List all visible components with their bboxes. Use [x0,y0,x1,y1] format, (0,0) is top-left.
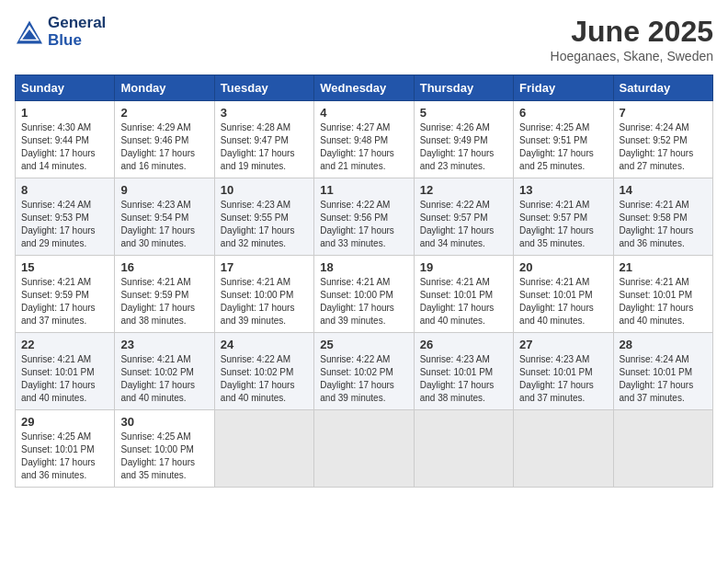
weekday-header-row: SundayMondayTuesdayWednesdayThursdayFrid… [16,75,713,101]
day-info: Sunrise: 4:21 AM Sunset: 9:59 PM Dayligh… [120,276,208,327]
day-cell: 16Sunrise: 4:21 AM Sunset: 9:59 PM Dayli… [115,256,214,333]
day-number: 13 [519,183,607,197]
day-cell [613,410,712,488]
day-number: 27 [519,338,607,351]
day-number: 9 [120,183,208,197]
day-cell: 4Sunrise: 4:27 AM Sunset: 9:48 PM Daylig… [314,101,414,178]
day-info: Sunrise: 4:27 AM Sunset: 9:48 PM Dayligh… [320,121,407,173]
day-number: 8 [21,183,108,197]
day-info: Sunrise: 4:21 AM Sunset: 10:01 PM Daylig… [519,276,607,327]
weekday-header-tuesday: Tuesday [214,75,313,101]
day-info: Sunrise: 4:30 AM Sunset: 9:44 PM Dayligh… [21,121,108,173]
week-row-4: 22Sunrise: 4:21 AM Sunset: 10:01 PM Dayl… [16,333,713,410]
day-cell: 6Sunrise: 4:25 AM Sunset: 9:51 PM Daylig… [514,101,613,178]
weekday-header-wednesday: Wednesday [314,75,414,101]
day-info: Sunrise: 4:25 AM Sunset: 9:51 PM Dayligh… [519,121,607,173]
day-info: Sunrise: 4:23 AM Sunset: 10:01 PM Daylig… [420,353,507,405]
day-info: Sunrise: 4:21 AM Sunset: 10:01 PM Daylig… [620,276,707,327]
day-info: Sunrise: 4:22 AM Sunset: 10:02 PM Daylig… [320,353,407,405]
day-number: 21 [620,260,707,274]
day-cell: 18Sunrise: 4:21 AM Sunset: 10:00 PM Dayl… [314,256,414,333]
weekday-header-friday: Friday [514,75,613,101]
day-number: 6 [519,106,607,120]
day-cell: 28Sunrise: 4:24 AM Sunset: 10:01 PM Dayl… [613,333,712,410]
day-number: 18 [320,260,407,274]
day-number: 2 [120,106,208,120]
day-info: Sunrise: 4:23 AM Sunset: 9:54 PM Dayligh… [120,199,208,250]
day-number: 26 [420,338,507,351]
day-info: Sunrise: 4:24 AM Sunset: 10:01 PM Daylig… [620,353,707,405]
day-number: 30 [120,415,208,429]
day-number: 4 [320,106,407,120]
day-number: 1 [21,106,108,120]
day-cell [514,410,613,488]
day-number: 19 [420,260,507,274]
calendar: SundayMondayTuesdayWednesdayThursdayFrid… [15,75,713,488]
day-number: 12 [420,183,507,197]
day-info: Sunrise: 4:21 AM Sunset: 10:00 PM Daylig… [221,276,308,327]
week-row-5: 29Sunrise: 4:25 AM Sunset: 10:01 PM Dayl… [16,410,713,488]
weekday-header-sunday: Sunday [16,75,115,101]
day-info: Sunrise: 4:21 AM Sunset: 10:01 PM Daylig… [21,353,108,405]
weekday-header-monday: Monday [115,75,214,101]
day-cell: 2Sunrise: 4:29 AM Sunset: 9:46 PM Daylig… [115,101,214,178]
day-cell: 22Sunrise: 4:21 AM Sunset: 10:01 PM Dayl… [16,333,115,410]
day-number: 15 [21,260,108,274]
logo: General Blue [15,15,106,49]
day-info: Sunrise: 4:24 AM Sunset: 9:52 PM Dayligh… [620,121,707,173]
day-cell: 17Sunrise: 4:21 AM Sunset: 10:00 PM Dayl… [214,256,313,333]
day-cell: 26Sunrise: 4:23 AM Sunset: 10:01 PM Dayl… [414,333,513,410]
day-cell: 8Sunrise: 4:24 AM Sunset: 9:53 PM Daylig… [16,178,115,256]
day-cell: 20Sunrise: 4:21 AM Sunset: 10:01 PM Dayl… [514,256,613,333]
weekday-header-saturday: Saturday [613,75,712,101]
day-info: Sunrise: 4:22 AM Sunset: 9:57 PM Dayligh… [420,199,507,250]
day-cell: 15Sunrise: 4:21 AM Sunset: 9:59 PM Dayli… [16,256,115,333]
week-row-1: 1Sunrise: 4:30 AM Sunset: 9:44 PM Daylig… [16,101,713,178]
day-number: 11 [320,183,407,197]
weekday-header-thursday: Thursday [414,75,513,101]
day-cell: 11Sunrise: 4:22 AM Sunset: 9:56 PM Dayli… [314,178,414,256]
day-info: Sunrise: 4:28 AM Sunset: 9:47 PM Dayligh… [221,121,308,173]
day-cell: 21Sunrise: 4:21 AM Sunset: 10:01 PM Dayl… [613,256,712,333]
day-cell: 3Sunrise: 4:28 AM Sunset: 9:47 PM Daylig… [214,101,313,178]
day-cell: 12Sunrise: 4:22 AM Sunset: 9:57 PM Dayli… [414,178,513,256]
day-cell: 10Sunrise: 4:23 AM Sunset: 9:55 PM Dayli… [214,178,313,256]
day-cell: 7Sunrise: 4:24 AM Sunset: 9:52 PM Daylig… [613,101,712,178]
day-number: 28 [620,338,707,351]
day-info: Sunrise: 4:25 AM Sunset: 10:00 PM Daylig… [120,431,208,482]
day-info: Sunrise: 4:26 AM Sunset: 9:49 PM Dayligh… [420,121,507,173]
day-cell: 27Sunrise: 4:23 AM Sunset: 10:01 PM Dayl… [514,333,613,410]
week-row-3: 15Sunrise: 4:21 AM Sunset: 9:59 PM Dayli… [16,256,713,333]
day-number: 29 [21,415,108,429]
day-cell [214,410,313,488]
day-info: Sunrise: 4:22 AM Sunset: 9:56 PM Dayligh… [320,199,407,250]
day-info: Sunrise: 4:23 AM Sunset: 9:55 PM Dayligh… [221,199,308,250]
day-cell: 25Sunrise: 4:22 AM Sunset: 10:02 PM Dayl… [314,333,414,410]
day-info: Sunrise: 4:23 AM Sunset: 10:01 PM Daylig… [519,353,607,405]
page-header: General Blue June 2025 Hoeganaes, Skane,… [15,15,713,63]
day-cell: 13Sunrise: 4:21 AM Sunset: 9:57 PM Dayli… [514,178,613,256]
day-number: 22 [21,338,108,351]
week-row-2: 8Sunrise: 4:24 AM Sunset: 9:53 PM Daylig… [16,178,713,256]
logo-text: General Blue [48,15,106,49]
day-number: 10 [221,183,308,197]
day-number: 25 [320,338,407,351]
day-info: Sunrise: 4:21 AM Sunset: 10:01 PM Daylig… [420,276,507,327]
day-cell: 29Sunrise: 4:25 AM Sunset: 10:01 PM Dayl… [16,410,115,488]
day-number: 20 [519,260,607,274]
day-number: 17 [221,260,308,274]
day-cell [314,410,414,488]
day-info: Sunrise: 4:21 AM Sunset: 9:57 PM Dayligh… [519,199,607,250]
day-cell [414,410,513,488]
month-title: June 2025 [551,15,713,49]
day-info: Sunrise: 4:25 AM Sunset: 10:01 PM Daylig… [21,431,108,482]
day-number: 23 [120,338,208,351]
day-info: Sunrise: 4:21 AM Sunset: 10:00 PM Daylig… [320,276,407,327]
day-cell: 23Sunrise: 4:21 AM Sunset: 10:02 PM Dayl… [115,333,214,410]
day-cell: 19Sunrise: 4:21 AM Sunset: 10:01 PM Dayl… [414,256,513,333]
day-cell: 30Sunrise: 4:25 AM Sunset: 10:00 PM Dayl… [115,410,214,488]
day-cell: 14Sunrise: 4:21 AM Sunset: 9:58 PM Dayli… [613,178,712,256]
day-number: 7 [620,106,707,120]
day-cell: 5Sunrise: 4:26 AM Sunset: 9:49 PM Daylig… [414,101,513,178]
day-info: Sunrise: 4:22 AM Sunset: 10:02 PM Daylig… [221,353,308,405]
